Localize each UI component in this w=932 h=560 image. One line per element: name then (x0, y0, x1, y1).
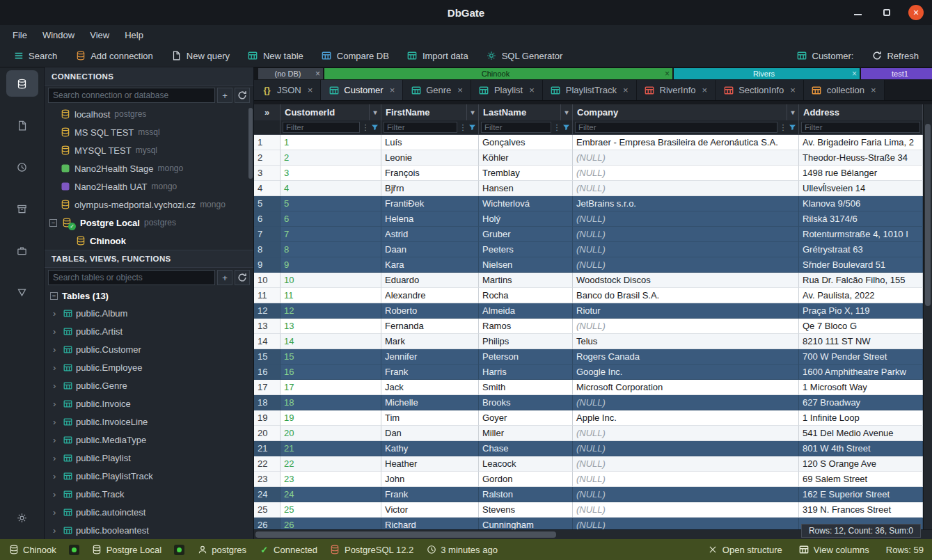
cell-firstname[interactable]: Eduardo (381, 273, 479, 288)
cell-customerid[interactable]: 9 (281, 257, 381, 273)
column-header-company[interactable]: Company▾ (573, 104, 799, 120)
toolbar-button[interactable]: New query (162, 45, 239, 67)
cell-company[interactable]: (NULL) (573, 487, 799, 502)
toolbar-button[interactable]: Search (4, 45, 66, 67)
cell-company[interactable]: Rogers Canada (573, 349, 799, 365)
cell-company[interactable]: Apple Inc. (573, 410, 799, 426)
cell-company[interactable]: (NULL) (573, 395, 799, 410)
cell-company[interactable]: Embraer - Empresa Brasileira de Aeronáut… (573, 135, 799, 150)
activity-connections[interactable] (6, 70, 38, 97)
cell-firstname[interactable]: Dan (381, 426, 479, 441)
table-item[interactable]: › public.autoinctest (45, 503, 253, 521)
connection-item[interactable]: − ✓ localhost postgres (45, 105, 253, 123)
table-row[interactable]: 8 8 Daan Peeters (NULL) Grétrystraat 63 (254, 242, 932, 257)
table-row[interactable]: 9 9 Kara Nielsen (NULL) Sřnder Boulevard… (254, 257, 932, 273)
statusbar-item[interactable]: Rows: 59 (886, 545, 924, 555)
row-number[interactable]: 3 (254, 166, 281, 181)
cell-lastname[interactable]: Rocha (479, 288, 573, 303)
cell-company[interactable]: Microsoft Corporation (573, 380, 799, 395)
chevron-right-icon[interactable]: › (53, 489, 60, 499)
row-number[interactable]: 2 (254, 150, 281, 166)
row-number[interactable]: 21 (254, 441, 281, 456)
table-row[interactable]: 24 24 Frank Ralston (NULL) 162 E Superio… (254, 487, 932, 502)
table-row[interactable]: 19 19 Tim Goyer Apple Inc. 1 Infinite Lo… (254, 410, 932, 426)
cell-customerid[interactable]: 13 (281, 319, 381, 334)
close-icon[interactable]: × (623, 85, 629, 95)
chevron-right-icon[interactable]: › (53, 326, 60, 337)
cell-company[interactable]: JetBrains s.r.o. (573, 196, 799, 211)
cell-lastname[interactable]: Almeida (479, 303, 573, 319)
cell-firstname[interactable]: Mark (381, 334, 479, 349)
cell-lastname[interactable]: Nielsen (479, 257, 573, 273)
file-tab[interactable]: Playlist × (471, 80, 543, 100)
cell-address[interactable]: Rua Dr. Falcão Filho, 155 (799, 273, 923, 288)
cell-address[interactable]: 1 Infinite Loop (799, 410, 923, 426)
chevron-right-icon[interactable]: › (53, 381, 60, 391)
activity-archive[interactable] (6, 195, 38, 222)
cell-address[interactable]: 627 Broadway (799, 395, 923, 410)
cell-lastname[interactable]: Tremblay (479, 166, 573, 181)
filter-input[interactable] (481, 122, 551, 133)
table-item[interactable]: › public.Invoice (45, 394, 253, 413)
chevron-right-icon[interactable]: › (53, 453, 60, 463)
connections-scrollbar-thumb[interactable] (248, 108, 253, 179)
table-item[interactable]: › public.Artist (45, 322, 253, 340)
cell-lastname[interactable]: Köhler (479, 150, 573, 166)
cell-firstname[interactable]: Alexandre (381, 288, 479, 303)
cell-company[interactable]: (NULL) (573, 227, 799, 242)
cell-customerid[interactable]: 16 (281, 365, 381, 380)
cell-address[interactable]: Rotenturmstraße 4, 1010 I (799, 227, 923, 242)
file-tab[interactable]: Customer × (321, 80, 403, 100)
funnel-filter-icon[interactable] (371, 124, 379, 131)
cell-customerid[interactable]: 5 (281, 196, 381, 211)
cell-firstname[interactable]: Tim (381, 410, 479, 426)
filter-input[interactable] (801, 122, 920, 133)
cell-firstname[interactable]: John (381, 472, 479, 487)
cell-lastname[interactable]: Gruber (479, 227, 573, 242)
kebab-menu-icon[interactable]: ⋮ (779, 124, 787, 131)
cell-firstname[interactable]: Leonie (381, 150, 479, 166)
cell-firstname[interactable]: Heather (381, 456, 479, 472)
cell-lastname[interactable]: Cunningham (479, 518, 573, 529)
cell-customerid[interactable]: 6 (281, 211, 381, 227)
row-number[interactable]: 12 (254, 303, 281, 319)
cell-address[interactable]: 700 W Pender Street (799, 349, 923, 365)
table-row[interactable]: 7 7 Astrid Gruber (NULL) Rotenturmstraße… (254, 227, 932, 242)
toolbar-button[interactable]: Add connection (66, 45, 162, 67)
table-row[interactable]: 2 2 Leonie Köhler (NULL) Theodor-Heuss-S… (254, 150, 932, 166)
close-icon[interactable]: × (852, 70, 857, 78)
horizontal-scrollbar-thumb[interactable] (255, 531, 556, 538)
refresh-tables-button[interactable] (235, 270, 250, 285)
table-row[interactable]: 4 4 Bjřrn Hansen (NULL) Ullevĺlsveien 14 (254, 181, 932, 196)
menu-item[interactable]: Help (118, 28, 150, 42)
chevron-right-icon[interactable]: › (53, 344, 60, 355)
chevron-right-icon[interactable]: › (53, 399, 60, 409)
table-row[interactable]: 5 5 FrantiĐek Wichterlová JetBrains s.r.… (254, 196, 932, 211)
file-tab[interactable]: collection × (804, 80, 885, 100)
table-row[interactable]: 12 12 Roberto Almeida Riotur Praça Pio X… (254, 303, 932, 319)
cell-company[interactable]: (NULL) (573, 257, 799, 273)
minimize-button[interactable] (850, 5, 865, 20)
row-number[interactable]: 19 (254, 410, 281, 426)
collapse-icon[interactable]: − (49, 219, 57, 227)
cell-address[interactable]: 1498 rue Bélanger (799, 166, 923, 181)
cell-lastname[interactable]: Ramos (479, 319, 573, 334)
database-tab[interactable]: (no DB) × (258, 68, 323, 79)
cell-customerid[interactable]: 7 (281, 227, 381, 242)
chevron-right-icon[interactable]: › (53, 417, 60, 427)
column-header-customerid[interactable]: CustomerId▾ (281, 104, 381, 120)
cell-firstname[interactable]: Roberto (381, 303, 479, 319)
close-icon[interactable]: × (308, 85, 313, 95)
table-item[interactable]: › public.Customer (45, 340, 253, 358)
cell-customerid[interactable]: 20 (281, 426, 381, 441)
cell-lastname[interactable]: Holý (479, 211, 573, 227)
table-row[interactable]: 3 3 François Tremblay (NULL) 1498 rue Bé… (254, 166, 932, 181)
cell-lastname[interactable]: Smith (479, 380, 573, 395)
maximize-button[interactable] (879, 5, 894, 20)
toolbar-button[interactable]: Compare DB (313, 45, 398, 67)
database-tab[interactable]: Rivers × (674, 68, 860, 79)
funnel-filter-icon[interactable] (562, 124, 570, 131)
close-icon[interactable]: × (390, 85, 395, 95)
cell-customerid[interactable]: 4 (281, 181, 381, 196)
tables-group-row[interactable]: − Tables (13) (45, 287, 253, 304)
